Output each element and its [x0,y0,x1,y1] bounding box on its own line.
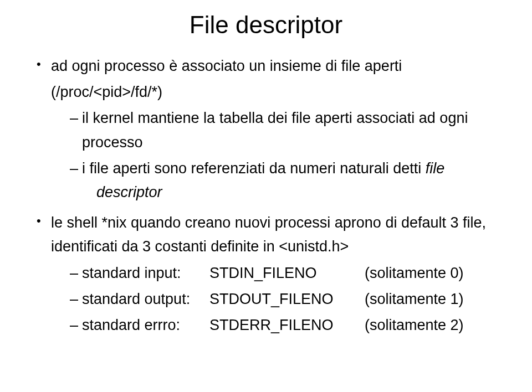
bullet-1-sub-2: i file aperti sono referenziati da numer… [68,157,499,204]
slide: File descriptor ad ogni processo è assoc… [0,0,532,392]
stdin-label: standard input: [82,261,209,285]
bullet-1-sublist: il kernel mantiene la tabella dei file a… [68,106,499,204]
bullet-2-sublist: standard input: STDIN_FILENO (solitament… [68,261,499,338]
b1s2-em1: file [426,160,445,177]
bullet-2: le shell *nix quando creano nuovi proces… [33,211,499,337]
bullet-1-sub-1: il kernel mantiene la tabella dei file a… [68,106,499,154]
std-input-row: standard input: STDIN_FILENO (solitament… [68,261,499,285]
bullet-1-paren: (/proc/<pid>/fd/*) [51,80,499,104]
b1s2-em2: descriptor [96,180,499,204]
stderr-const: STDERR_FILENO [209,313,365,337]
stdout-label: standard output: [82,287,209,311]
stderr-label: standard errro: [82,313,209,337]
bullet-1: ad ogni processo è associato un insieme … [33,54,499,204]
bullet-list: ad ogni processo è associato un insieme … [33,54,499,337]
std-error-row: standard errro: STDERR_FILENO (solitamen… [68,313,499,337]
stdout-const: STDOUT_FILENO [209,287,365,311]
b1s2-pre: i file aperti sono referenziati da numer… [82,160,426,177]
stdout-note: (solitamente 1) [365,287,499,311]
bullet-1-text: ad ogni processo è associato un insieme … [51,58,402,74]
slide-title: File descriptor [33,11,499,39]
stderr-note: (solitamente 2) [365,313,499,337]
std-output-row: standard output: STDOUT_FILENO (solitame… [68,287,499,311]
bullet-2-text: le shell *nix quando creano nuovi proces… [51,214,486,255]
stdin-const: STDIN_FILENO [209,261,365,285]
stdin-note: (solitamente 0) [365,261,499,285]
